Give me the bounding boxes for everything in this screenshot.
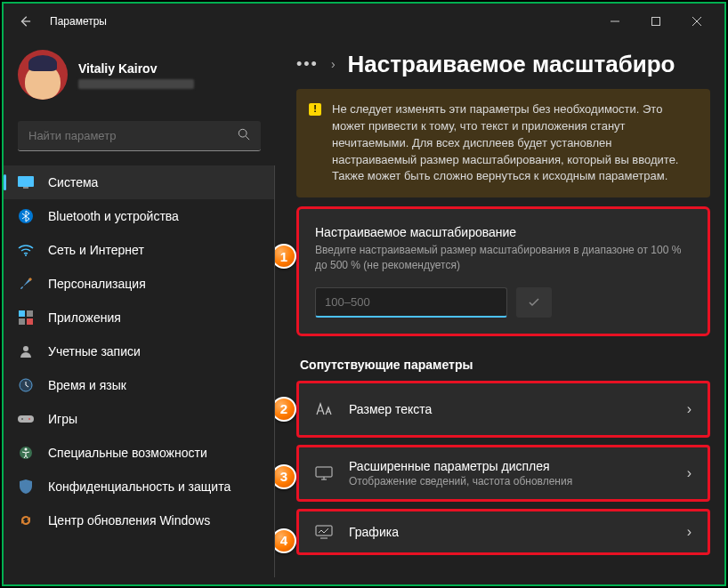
display-icon bbox=[18, 174, 34, 190]
svg-point-13 bbox=[21, 418, 23, 420]
accessibility-icon bbox=[18, 445, 34, 461]
svg-rect-0 bbox=[652, 18, 660, 26]
link-graphics[interactable]: Графика › bbox=[296, 509, 710, 555]
search-input[interactable] bbox=[28, 129, 238, 142]
user-icon bbox=[18, 343, 34, 359]
nav-item-bluetooth[interactable]: Bluetooth и устройства bbox=[4, 199, 274, 233]
sidebar: Vitaliy Kairov Система Bluetooth и устро… bbox=[4, 39, 275, 584]
text-size-icon bbox=[315, 402, 333, 416]
wifi-icon bbox=[18, 242, 34, 258]
minimize-button[interactable] bbox=[595, 7, 635, 36]
user-block[interactable]: Vitaliy Kairov bbox=[4, 46, 275, 114]
callout-badge-3: 3 bbox=[275, 464, 296, 489]
svg-rect-6 bbox=[19, 310, 25, 317]
svg-point-16 bbox=[25, 448, 28, 451]
nav-item-accessibility[interactable]: Специальные возможности bbox=[4, 436, 274, 470]
callout-badge-1: 1 bbox=[275, 244, 296, 269]
page-title: Настраиваемое масштабиро bbox=[348, 51, 675, 78]
update-icon bbox=[18, 512, 34, 528]
nav-item-gaming[interactable]: Игры bbox=[4, 402, 274, 436]
back-button[interactable] bbox=[11, 7, 39, 36]
callout-badge-4: 4 bbox=[275, 528, 296, 553]
shield-icon bbox=[18, 479, 34, 495]
svg-rect-18 bbox=[316, 526, 332, 536]
card-subtitle: Введите настраиваемый размер масштабиров… bbox=[315, 243, 692, 273]
scale-input[interactable] bbox=[315, 287, 507, 318]
custom-scale-card: Настраиваемое масштабирование Введите на… bbox=[296, 206, 710, 336]
search-icon bbox=[238, 128, 250, 144]
nav-item-accounts[interactable]: Учетные записи bbox=[4, 334, 274, 368]
chevron-right-icon: › bbox=[687, 465, 692, 481]
nav-item-privacy[interactable]: Конфиденциальность и защита bbox=[4, 470, 274, 503]
warning-banner: ! Не следует изменять эти параметры без … bbox=[296, 89, 710, 197]
apply-button[interactable] bbox=[516, 287, 552, 318]
svg-point-5 bbox=[25, 254, 27, 256]
nav-item-windows-update[interactable]: Центр обновления Windows bbox=[4, 503, 274, 537]
window-title: Параметры bbox=[50, 15, 107, 28]
link-text-size[interactable]: Размер текста › bbox=[296, 381, 710, 438]
nav-item-apps[interactable]: Приложения bbox=[4, 301, 274, 334]
svg-rect-9 bbox=[27, 318, 33, 325]
clock-icon bbox=[18, 377, 34, 393]
apps-icon bbox=[18, 310, 34, 326]
card-title: Настраиваемое масштабирование bbox=[315, 225, 692, 239]
nav-item-personalization[interactable]: Персонализация bbox=[4, 267, 274, 301]
settings-window: Параметры Vitaliy Kairov Система Bluetoo bbox=[2, 2, 726, 586]
svg-rect-12 bbox=[18, 415, 34, 423]
titlebar: Параметры bbox=[4, 4, 724, 39]
graphics-icon bbox=[315, 525, 333, 539]
svg-rect-8 bbox=[19, 318, 25, 325]
nav-item-network[interactable]: Сеть и Интернет bbox=[4, 233, 274, 267]
monitor-icon bbox=[315, 466, 333, 480]
warning-icon: ! bbox=[309, 103, 321, 116]
svg-point-14 bbox=[28, 418, 30, 420]
svg-point-10 bbox=[23, 346, 28, 351]
maximize-button[interactable] bbox=[635, 7, 676, 36]
gamepad-icon bbox=[18, 411, 34, 427]
brush-icon bbox=[18, 276, 34, 292]
chevron-right-icon: › bbox=[687, 524, 692, 540]
svg-rect-7 bbox=[27, 310, 33, 317]
nav-item-time-language[interactable]: Время и язык bbox=[4, 368, 274, 402]
user-name: Vitaliy Kairov bbox=[78, 61, 194, 76]
chevron-right-icon: › bbox=[687, 401, 692, 417]
nav: Система Bluetooth и устройства Сеть и Ин… bbox=[4, 165, 275, 577]
breadcrumb-overflow[interactable]: ••• bbox=[296, 55, 319, 74]
bluetooth-icon bbox=[18, 208, 34, 224]
svg-rect-3 bbox=[23, 187, 28, 189]
search-box[interactable] bbox=[18, 121, 261, 151]
related-heading: Сопутствующие параметры bbox=[300, 358, 710, 372]
svg-rect-17 bbox=[316, 467, 332, 477]
chevron-right-icon: › bbox=[331, 57, 336, 71]
link-advanced-display[interactable]: Расширенные параметры дисплеяОтображение… bbox=[296, 445, 710, 502]
nav-item-system[interactable]: Система bbox=[4, 165, 274, 199]
callout-badge-2: 2 bbox=[275, 397, 296, 422]
user-email-redacted bbox=[78, 79, 194, 89]
main-content: ••• › Настраиваемое масштабиро ! Не след… bbox=[275, 39, 724, 584]
svg-point-1 bbox=[239, 129, 247, 137]
svg-rect-2 bbox=[18, 176, 34, 187]
breadcrumb: ••• › Настраиваемое масштабиро bbox=[296, 39, 710, 89]
avatar bbox=[18, 50, 68, 100]
close-button[interactable] bbox=[676, 7, 717, 36]
